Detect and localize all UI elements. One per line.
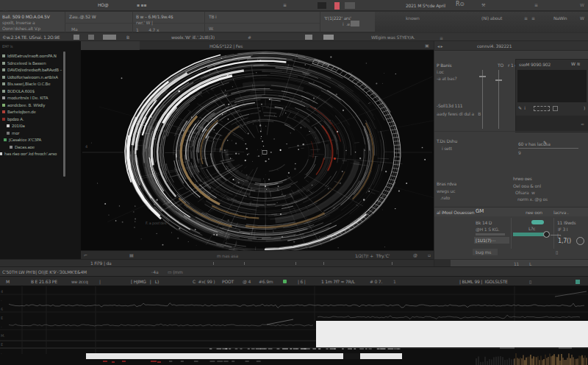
toolbar-icons[interactable]: R⊙	[456, 1, 465, 7]
green-indicator	[283, 280, 287, 283]
menu-icon-2[interactable]: ≡	[534, 2, 538, 7]
tb-item[interactable]: | 6 |	[298, 279, 306, 284]
teal-bar[interactable]	[513, 233, 545, 236]
list-item[interactable]: JCasakice X'C3PA	[0, 137, 68, 143]
gm-label: GM	[476, 209, 484, 214]
divider	[320, 12, 320, 32]
box-icon[interactable]: ▯	[556, 249, 558, 255]
list-item[interactable]: Barhelojben.de	[0, 109, 68, 116]
ruler-tick	[323, 262, 324, 265]
value-field[interactable]: TB i	[209, 14, 217, 19]
list-item[interactable]: Sdnceleed is Bassen	[0, 60, 68, 67]
viewer-tab-label[interactable]: HO&S*122 | Fes	[209, 43, 243, 49]
tb-item[interactable]: POOT	[222, 279, 234, 284]
dark-badge[interactable]	[318, 2, 326, 9]
tool-chip[interactable]	[88, 35, 94, 40]
layer-icon	[2, 82, 5, 85]
dashed-chip[interactable]	[534, 106, 550, 111]
gray-badge[interactable]	[345, 2, 355, 9]
dial-icon[interactable]	[576, 237, 584, 245]
list-item[interactable]: mor	[0, 130, 68, 137]
value-field[interactable]: B w – 6.M/1.9w.4$	[136, 14, 173, 19]
subpanel-footer	[516, 116, 588, 132]
list-item[interactable]: Udtolfor/saleoom.n.artblxA	[0, 74, 68, 81]
section-header: al iMool Oouessen GM nee oon lacrva .	[434, 207, 588, 216]
clip-block-large[interactable]	[316, 321, 588, 347]
pen-icon[interactable]: ✎	[543, 140, 547, 145]
viewer-corner-icon[interactable]: ▣	[425, 43, 429, 48]
ruler-mark: 6	[1, 307, 3, 312]
v-slider[interactable]	[482, 70, 483, 129]
gm-field: Bk 14 D	[476, 220, 492, 225]
viewer-tool-icon[interactable]: ⌐	[84, 252, 87, 258]
tb-item[interactable]: 1 1m 7f? ≂ 7R/L	[321, 279, 355, 284]
nine-label: 9	[518, 150, 521, 155]
list-item[interactable]: bpdzo A.	[0, 116, 68, 123]
tb-item[interactable]: # 0 7.	[370, 279, 382, 284]
menu-item[interactable]: HO@	[98, 2, 109, 7]
layer-label: IdWEatrus/insoft.oomPA.N	[7, 54, 57, 59]
footer-icon[interactable]: ≂	[581, 121, 584, 127]
scrollbar[interactable]	[63, 52, 65, 177]
list-item[interactable]: Dacas.aoe	[0, 144, 68, 151]
dial-knob[interactable]	[543, 231, 550, 238]
tool-chip[interactable]	[305, 35, 312, 40]
field-icons[interactable]: ≡ ≡	[524, 15, 535, 21]
tb-item[interactable]: | BLML 99 | IGOLSLSTE	[459, 279, 508, 284]
tool-chip[interactable]	[323, 35, 334, 40]
list-item[interactable]: aondcbee. B. W9dly	[0, 102, 68, 109]
v-slider-2-handle[interactable]	[495, 79, 502, 81]
viewer-icon-3[interactable]: @	[413, 252, 417, 258]
value-field[interactable]: Ma	[71, 26, 77, 32]
tb-item[interactable]: C #x( 99 )	[193, 279, 215, 284]
value-field[interactable]: 't'(1|222' ars'	[324, 15, 351, 21]
field-label[interactable]: NaWin	[553, 15, 567, 21]
panel-scrollbar[interactable]: 11 L	[434, 259, 588, 266]
tool-chip[interactable]	[103, 35, 116, 40]
date-label: 2021 M S*cde April	[406, 3, 445, 8]
tb-item[interactable]: @ 4	[243, 279, 251, 284]
list-item[interactable]: 201l0a	[0, 123, 68, 130]
record-badge[interactable]	[334, 2, 340, 10]
small-button[interactable]	[351, 21, 359, 26]
timeline-tracks: 4·6E·M.E·	[0, 286, 588, 365]
list-item[interactable]: has rlao oor'.kd freoch'.arso	[0, 151, 68, 157]
tb-item[interactable]: we zccq	[71, 279, 88, 284]
list-item[interactable]: Bls.sase|,Blacle O.C.Be	[0, 81, 68, 88]
ruler-mark: 4	[1, 289, 3, 294]
viewer-icon-4[interactable]: ▫	[428, 252, 431, 258]
list-item[interactable]: IdWEatrus/insoft.oomPA.N	[0, 53, 68, 60]
teal-pill[interactable]	[531, 220, 544, 224]
v-slider-handle[interactable]	[479, 76, 486, 77]
tb-item[interactable]: M	[6, 279, 10, 284]
preview-box	[517, 70, 587, 102]
ruler-label: 1 Fi?9 | da	[90, 261, 112, 266]
tb-item[interactable]: B E 21.63 PE	[31, 279, 57, 284]
value-field[interactable]: Zau..@.52 W	[69, 14, 96, 19]
tb-item[interactable]: ▯	[529, 279, 531, 284]
list-item[interactable]: DAVDd/ednedsoft.baRAvdB –	[0, 67, 68, 74]
v-slider-2[interactable]	[498, 70, 499, 129]
tl-icon-2[interactable]: ▭ (mm	[168, 269, 183, 274]
slider-track[interactable]	[518, 148, 578, 149]
tool-chip[interactable]	[74, 35, 79, 40]
menu-icons[interactable]: ▪ ▪▪	[137, 2, 146, 7]
tool-icon[interactable]: ⚒	[481, 2, 485, 7]
list-item[interactable]: moduritrslx I De. KlTA	[0, 95, 68, 102]
layer-icon	[2, 90, 5, 93]
field-label: W	[580, 15, 584, 21]
hline	[65, 23, 320, 24]
list-item[interactable]: BODOLA.600$	[0, 88, 68, 95]
viewer-tab[interactable]	[81, 41, 140, 50]
square-chip[interactable]	[553, 106, 558, 111]
hud-graphic	[81, 50, 434, 250]
prop-label: norm x. @g os	[517, 196, 548, 202]
pen-row[interactable]: ✎ i	[518, 105, 526, 110]
header-arrows[interactable]: ◂ ▸	[437, 43, 442, 49]
menu-icon[interactable]: ≡	[283, 2, 287, 7]
tb-item[interactable]: #6.9m	[259, 279, 273, 284]
tb-item[interactable]: [ HJIMG | L)	[131, 279, 159, 284]
viewer-tool-icon-2[interactable]: ▤	[129, 252, 133, 258]
zoom-level[interactable]: 1/2(?)! + Tfry.'C'	[355, 253, 390, 258]
tl-icon[interactable]: ◦4a	[151, 269, 158, 274]
